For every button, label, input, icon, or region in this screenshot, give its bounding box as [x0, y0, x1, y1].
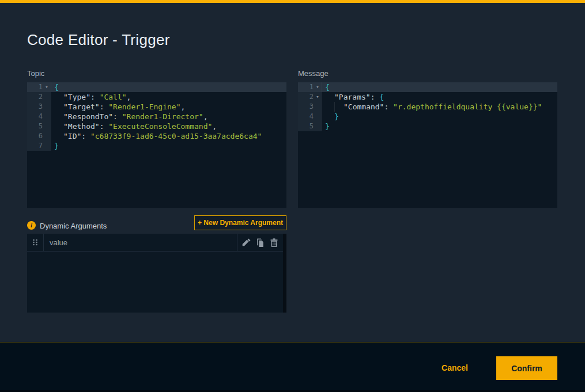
code-line[interactable]: 4} — [298, 112, 557, 121]
code-text: { — [322, 82, 557, 92]
token-key: "Method" — [63, 122, 100, 131]
gutter-cell: 2▾ — [298, 92, 322, 102]
line-number: 7 — [39, 141, 43, 151]
token-punct: : — [100, 122, 109, 131]
indent — [325, 112, 334, 121]
token-punct: , — [127, 93, 131, 101]
token-key: "RespondTo" — [63, 112, 113, 121]
token-punct: : — [90, 93, 100, 101]
code-text: { — [51, 82, 286, 92]
code-line[interactable]: 1▾{ — [298, 82, 557, 92]
gutter-cell: 7 — [27, 141, 51, 151]
fold-icon[interactable]: ▾ — [314, 82, 322, 92]
token-punct: , — [203, 112, 208, 121]
gutter-cell: 5 — [27, 121, 51, 131]
fold-icon[interactable]: ▾ — [314, 92, 322, 102]
token-brace: { — [54, 83, 59, 92]
code-line[interactable]: 4"RespondTo": "Render1-Director", — [27, 112, 286, 121]
code-line[interactable]: 3"Target": "Render1-Engine", — [27, 102, 286, 112]
token-brace: } — [325, 122, 330, 131]
token-punct: : — [384, 102, 393, 111]
code-text: } — [322, 112, 557, 121]
gutter-cell: 1▾ — [298, 82, 322, 92]
token-key: "Type" — [63, 93, 90, 101]
gutter-cell: 3 — [27, 102, 51, 112]
token-key: "ID" — [63, 132, 81, 140]
delete-icon[interactable] — [269, 238, 279, 248]
gutter-cell: 4 — [27, 112, 51, 121]
code-text: "Target": "Render1-Engine", — [51, 102, 286, 112]
line-number: 2 — [39, 92, 43, 102]
token-key: "Params" — [334, 93, 371, 101]
code-text: "ID": "c68733f9-1ad6-45c0-ad15-3aa7acde6… — [51, 131, 286, 141]
token-str: "ExecuteConsoleCommand" — [108, 122, 212, 131]
indent — [54, 131, 63, 141]
panel-scrollbar[interactable] — [283, 234, 286, 313]
token-punct: , — [212, 122, 217, 131]
code-line[interactable]: 5} — [298, 121, 557, 131]
code-text: "Method": "ExecuteConsoleCommand", — [51, 121, 286, 131]
token-key: "Target" — [63, 102, 100, 111]
indent — [54, 92, 63, 102]
indent — [325, 102, 334, 112]
code-line[interactable]: 1▾{ — [27, 82, 286, 92]
token-punct: , — [181, 102, 186, 111]
code-line[interactable]: 5"Method": "ExecuteConsoleCommand", — [27, 121, 286, 131]
line-number: 3 — [310, 102, 314, 112]
gutter-cell: 3 — [298, 102, 322, 112]
gutter-cell: 2 — [27, 92, 51, 102]
line-number: 5 — [39, 121, 43, 131]
code-line[interactable]: 2"Type": "Call", — [27, 92, 286, 102]
token-brace: { — [325, 83, 330, 92]
gutter-cell: 6 — [27, 131, 51, 141]
message-editor-label: Message — [298, 69, 329, 78]
indent — [54, 102, 63, 112]
token-brace: { — [379, 93, 384, 101]
argument-row[interactable]: value — [27, 234, 283, 252]
code-text: } — [322, 121, 557, 131]
token-brace: } — [54, 142, 59, 150]
code-line[interactable]: 7} — [27, 141, 286, 151]
confirm-button[interactable]: Confirm — [496, 356, 557, 380]
dynamic-arguments-panel: value — [27, 234, 286, 313]
edit-icon[interactable] — [241, 238, 251, 248]
info-icon: i — [27, 221, 36, 230]
accent-top-bar — [0, 0, 585, 3]
page-title: Code Editor - Trigger — [27, 31, 170, 49]
code-line[interactable]: 3"Command": "r.depthoffieldquality {{val… — [298, 102, 557, 112]
token-str: "r.depthoffieldquality {{value}}" — [393, 102, 542, 111]
token-punct: : — [113, 112, 122, 121]
indent — [334, 102, 344, 112]
code-text: "Params": { — [322, 92, 557, 102]
gutter-cell: 5 — [298, 121, 322, 131]
code-text: "Type": "Call", — [51, 92, 286, 102]
line-number: 1 — [39, 82, 43, 92]
code-line[interactable]: 6"ID": "c68733f9-1ad6-45c0-ad15-3aa7acde… — [27, 131, 286, 141]
new-dynamic-argument-button[interactable]: + New Dynamic Argument — [194, 215, 286, 230]
token-str: "Render1-Engine" — [108, 102, 180, 111]
topic-editor-label: Topic — [27, 69, 44, 78]
topic-code-editor[interactable]: 1▾{2"Type": "Call",3"Target": "Render1-E… — [27, 82, 286, 208]
code-text: } — [51, 141, 286, 151]
line-number: 3 — [39, 102, 43, 112]
line-number: 5 — [310, 121, 314, 131]
fold-icon[interactable]: ▾ — [43, 82, 51, 92]
dynamic-arguments-heading: Dynamic Arguments — [40, 222, 107, 230]
code-line[interactable]: 2▾"Params": { — [298, 92, 557, 102]
token-punct: : — [100, 102, 109, 111]
indent — [54, 121, 63, 131]
drag-handle-icon[interactable] — [27, 234, 44, 251]
line-number: 6 — [39, 131, 43, 141]
message-code-editor[interactable]: 1▾{2▾"Params": {3"Command": "r.depthoffi… — [298, 82, 557, 208]
argument-name: value — [44, 234, 237, 251]
token-str: "Render1-Director" — [122, 112, 203, 121]
gutter-cell: 1▾ — [27, 82, 51, 92]
gutter-cell: 4 — [298, 112, 322, 121]
token-brace: } — [334, 112, 339, 121]
token-punct: : — [81, 132, 90, 140]
token-str: "Call" — [100, 93, 127, 101]
cancel-button[interactable]: Cancel — [436, 360, 473, 375]
line-number: 4 — [310, 112, 314, 121]
indent — [325, 92, 334, 102]
copy-icon[interactable] — [255, 238, 265, 248]
